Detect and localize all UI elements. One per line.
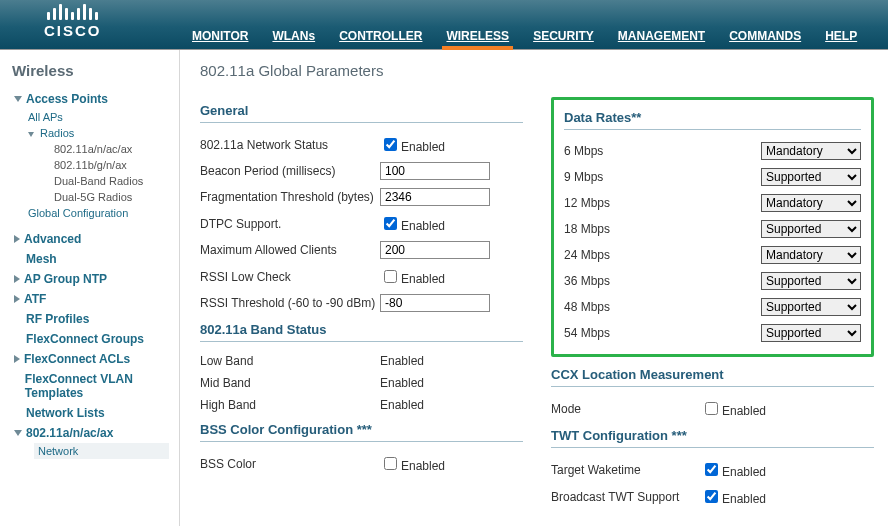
sidebar-title: Wireless <box>12 62 169 79</box>
label: RSSI Threshold (-60 to -90 dBm) <box>200 296 380 310</box>
topnav-wlans[interactable]: WLANs <box>260 23 327 49</box>
data-rate-select[interactable]: MandatorySupportedDisabled <box>761 142 861 160</box>
sidebar-radio-item[interactable]: Dual-5G Radios <box>54 189 169 205</box>
data-rate-select[interactable]: MandatorySupportedDisabled <box>761 168 861 186</box>
sidebar-rf-profiles[interactable]: RF Profiles <box>14 309 169 329</box>
page-title: 802.11a Global Parameters <box>200 62 874 79</box>
sidebar-item-label: 802.11a/n/ac/ax <box>26 426 113 440</box>
label: Target Waketime <box>551 463 701 477</box>
fragmentation-input[interactable] <box>380 188 490 206</box>
max-clients-input[interactable] <box>380 241 490 259</box>
data-rate-select[interactable]: MandatorySupportedDisabled <box>761 220 861 238</box>
sidebar-item-label: Network Lists <box>26 406 105 420</box>
data-rate-select[interactable]: MandatorySupportedDisabled <box>761 272 861 290</box>
label: 12 Mbps <box>564 196 714 210</box>
bss-color-checkbox[interactable] <box>384 457 397 470</box>
chevron-down-icon <box>14 96 22 102</box>
row-data-rate: 54 MbpsMandatorySupportedDisabled <box>564 320 861 346</box>
row-band: Low BandEnabled <box>200 350 523 372</box>
sidebar-flexconnect-vlan[interactable]: FlexConnect VLAN Templates <box>14 369 169 403</box>
sidebar-item-label: AP Group NTP <box>24 272 107 286</box>
topnav-help[interactable]: HELP <box>813 23 869 49</box>
label: 54 Mbps <box>564 326 714 340</box>
label: Mode <box>551 402 701 416</box>
value: Enabled <box>380 354 523 368</box>
checkbox-label: Enabled <box>401 272 445 286</box>
sidebar-item-label: RF Profiles <box>26 312 89 326</box>
sidebar-flexconnect-acls[interactable]: FlexConnect ACLs <box>14 349 169 369</box>
sidebar-item-label: ATF <box>24 292 46 306</box>
topnav-security[interactable]: SECURITY <box>521 23 606 49</box>
network-status-checkbox[interactable] <box>384 138 397 151</box>
sidebar-flexconnect-groups[interactable]: FlexConnect Groups <box>14 329 169 349</box>
sidebar-radio-item[interactable]: Dual-Band Radios <box>54 173 169 189</box>
sidebar-advanced[interactable]: Advanced <box>14 229 169 249</box>
label: Maximum Allowed Clients <box>200 243 380 257</box>
sidebar: Wireless Access Points All APs Radios 80… <box>0 50 180 526</box>
section-ccx: CCX Location Measurement <box>551 367 874 387</box>
sidebar-80211a[interactable]: 802.11a/n/ac/ax <box>14 423 169 443</box>
twt-checkbox[interactable] <box>705 490 718 503</box>
label: Beacon Period (millisecs) <box>200 164 380 178</box>
row-band: Mid BandEnabled <box>200 372 523 394</box>
value: Enabled <box>380 398 523 412</box>
sidebar-radios[interactable]: Radios <box>28 125 169 141</box>
label: Mid Band <box>200 376 380 390</box>
dtpc-checkbox[interactable] <box>384 217 397 230</box>
label: 36 Mbps <box>564 274 714 288</box>
rssi-threshold-input[interactable] <box>380 294 490 312</box>
beacon-input[interactable] <box>380 162 490 180</box>
data-rate-select[interactable]: MandatorySupportedDisabled <box>761 246 861 264</box>
sidebar-network-lists[interactable]: Network Lists <box>14 403 169 423</box>
sidebar-radio-item[interactable]: 802.11b/g/n/ax <box>54 157 169 173</box>
row-twt: Target WaketimeEnabled <box>551 456 874 483</box>
sidebar-all-aps[interactable]: All APs <box>28 109 169 125</box>
sidebar-global-config[interactable]: Global Configuration <box>28 205 169 221</box>
ccx-mode-checkbox[interactable] <box>705 402 718 415</box>
row-ccx-mode: Mode Enabled <box>551 395 874 422</box>
sidebar-atf[interactable]: ATF <box>14 289 169 309</box>
label: Low Band <box>200 354 380 368</box>
chevron-right-icon <box>14 275 20 283</box>
label: High Band <box>200 398 380 412</box>
label: BSS Color <box>200 457 380 471</box>
row-data-rate: 12 MbpsMandatorySupportedDisabled <box>564 190 861 216</box>
sidebar-item-label: Access Points <box>26 92 108 106</box>
checkbox-label: Enabled <box>401 140 445 154</box>
topnav-commands[interactable]: COMMANDS <box>717 23 813 49</box>
section-band: 802.11a Band Status <box>200 322 523 342</box>
data-rate-select[interactable]: MandatorySupportedDisabled <box>761 324 861 342</box>
topnav-controller[interactable]: CONTROLLER <box>327 23 434 49</box>
topnav-wireless[interactable]: WIRELESS <box>434 23 521 49</box>
top-nav: MONITORWLANsCONTROLLERWIRELESSSECURITYMA… <box>180 23 878 49</box>
chevron-right-icon <box>14 235 20 243</box>
row-twt: Broadcast TWT SupportEnabled <box>551 483 874 510</box>
chevron-down-icon <box>14 430 22 436</box>
chevron-right-icon <box>14 295 20 303</box>
twt-checkbox[interactable] <box>705 463 718 476</box>
label: 6 Mbps <box>564 144 714 158</box>
rssi-low-checkbox[interactable] <box>384 270 397 283</box>
sidebar-mesh[interactable]: Mesh <box>14 249 169 269</box>
sidebar-access-points[interactable]: Access Points <box>14 89 169 109</box>
row-data-rate: 36 MbpsMandatorySupportedDisabled <box>564 268 861 294</box>
sidebar-network[interactable]: Network <box>34 443 169 459</box>
topnav-monitor[interactable]: MONITOR <box>180 23 260 49</box>
sidebar-radio-item[interactable]: 802.11a/n/ac/ax <box>54 141 169 157</box>
row-data-rate: 18 MbpsMandatorySupportedDisabled <box>564 216 861 242</box>
label: Broadcast TWT Support <box>551 490 701 504</box>
data-rate-select[interactable]: MandatorySupportedDisabled <box>761 194 861 212</box>
sidebar-item-label: Radios <box>40 127 74 139</box>
checkbox-label: Enabled <box>401 219 445 233</box>
section-data-rates: Data Rates** <box>564 110 861 130</box>
data-rate-select[interactable]: MandatorySupportedDisabled <box>761 298 861 316</box>
topnav-management[interactable]: MANAGEMENT <box>606 23 717 49</box>
row-fragmentation: Fragmentation Threshold (bytes) <box>200 184 523 210</box>
sidebar-item-label: FlexConnect ACLs <box>24 352 130 366</box>
main-content: 802.11a Global Parameters General 802.11… <box>180 50 888 526</box>
sidebar-ap-group-ntp[interactable]: AP Group NTP <box>14 269 169 289</box>
row-data-rate: 6 MbpsMandatorySupportedDisabled <box>564 138 861 164</box>
row-data-rate: 9 MbpsMandatorySupportedDisabled <box>564 164 861 190</box>
brand-text: CISCO <box>44 22 102 39</box>
sidebar-item-label: FlexConnect Groups <box>26 332 144 346</box>
